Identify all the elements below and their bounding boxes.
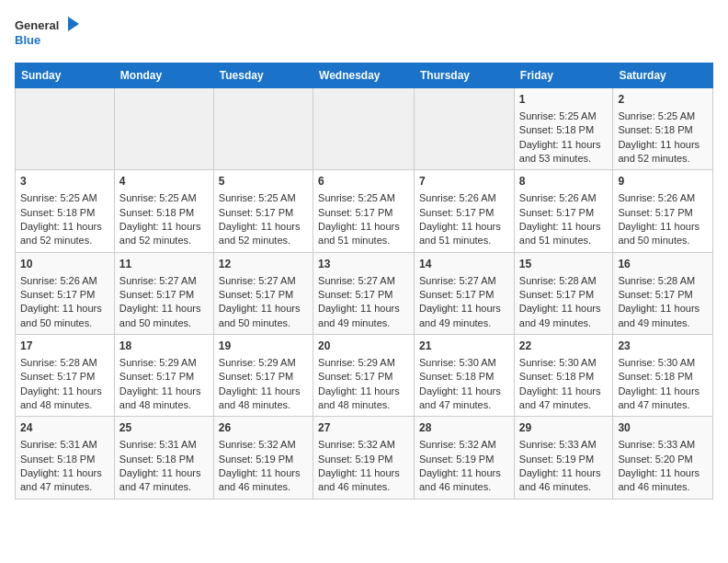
sunrise-text: Sunrise: 5:30 AM bbox=[519, 357, 597, 368]
sunset-text: Sunset: 5:18 PM bbox=[20, 454, 95, 465]
sunset-text: Sunset: 5:18 PM bbox=[419, 371, 494, 382]
sunrise-text: Sunrise: 5:33 AM bbox=[519, 439, 597, 450]
sunrise-text: Sunrise: 5:25 AM bbox=[119, 192, 197, 203]
day-number: 7 bbox=[419, 174, 509, 190]
sunrise-text: Sunrise: 5:25 AM bbox=[318, 192, 395, 203]
day-number: 21 bbox=[419, 339, 509, 354]
sunset-text: Sunset: 5:17 PM bbox=[119, 371, 194, 382]
daylight-text: Daylight: 11 hours and 49 minutes. bbox=[419, 303, 501, 327]
calendar-cell: 25 Sunrise: 5:31 AM Sunset: 5:18 PM Dayl… bbox=[114, 417, 213, 499]
calendar-cell: 14 Sunrise: 5:27 AM Sunset: 5:17 PM Dayl… bbox=[415, 252, 515, 334]
day-number: 30 bbox=[618, 420, 708, 436]
day-number: 17 bbox=[20, 339, 109, 354]
sunset-text: Sunset: 5:18 PM bbox=[20, 207, 95, 218]
calendar-cell bbox=[114, 88, 213, 170]
calendar-cell: 11 Sunrise: 5:27 AM Sunset: 5:17 PM Dayl… bbox=[114, 252, 213, 334]
day-number: 15 bbox=[519, 257, 609, 272]
sunrise-text: Sunrise: 5:30 AM bbox=[419, 357, 496, 368]
sunset-text: Sunset: 5:18 PM bbox=[119, 207, 194, 218]
day-number: 2 bbox=[618, 92, 708, 108]
calendar-cell: 19 Sunrise: 5:29 AM Sunset: 5:17 PM Dayl… bbox=[213, 335, 313, 417]
daylight-text: Daylight: 11 hours and 47 minutes. bbox=[519, 385, 601, 410]
sunrise-text: Sunrise: 5:26 AM bbox=[20, 275, 97, 286]
calendar-cell bbox=[313, 88, 415, 170]
calendar-cell: 8 Sunrise: 5:26 AM Sunset: 5:17 PM Dayli… bbox=[514, 170, 613, 252]
calendar-week-row: 17 Sunrise: 5:28 AM Sunset: 5:17 PM Dayl… bbox=[16, 335, 713, 417]
weekday-header: Friday bbox=[514, 63, 613, 88]
svg-marker-2 bbox=[68, 17, 79, 31]
calendar-cell: 13 Sunrise: 5:27 AM Sunset: 5:17 PM Dayl… bbox=[313, 252, 415, 334]
sunset-text: Sunset: 5:17 PM bbox=[519, 207, 594, 218]
calendar-cell: 27 Sunrise: 5:32 AM Sunset: 5:19 PM Dayl… bbox=[313, 417, 415, 499]
sunrise-text: Sunrise: 5:32 AM bbox=[419, 439, 496, 450]
sunrise-text: Sunrise: 5:29 AM bbox=[119, 357, 197, 368]
sunset-text: Sunset: 5:19 PM bbox=[318, 454, 392, 465]
calendar-cell bbox=[213, 88, 313, 170]
day-number: 16 bbox=[618, 257, 708, 272]
daylight-text: Daylight: 11 hours and 48 minutes. bbox=[20, 385, 102, 410]
daylight-text: Daylight: 11 hours and 53 minutes. bbox=[519, 139, 601, 164]
day-number: 3 bbox=[20, 174, 109, 190]
day-number: 18 bbox=[119, 339, 209, 354]
sunset-text: Sunset: 5:17 PM bbox=[219, 289, 293, 300]
sunset-text: Sunset: 5:19 PM bbox=[219, 454, 293, 465]
daylight-text: Daylight: 11 hours and 52 minutes. bbox=[20, 221, 102, 246]
sunset-text: Sunset: 5:17 PM bbox=[318, 289, 392, 300]
day-number: 24 bbox=[20, 420, 109, 436]
calendar-cell: 1 Sunrise: 5:25 AM Sunset: 5:18 PM Dayli… bbox=[514, 88, 613, 170]
day-number: 29 bbox=[519, 420, 609, 436]
sunset-text: Sunset: 5:17 PM bbox=[519, 289, 594, 300]
sunrise-text: Sunrise: 5:27 AM bbox=[219, 275, 296, 286]
daylight-text: Daylight: 11 hours and 52 minutes. bbox=[219, 221, 301, 246]
calendar-cell: 21 Sunrise: 5:30 AM Sunset: 5:18 PM Dayl… bbox=[415, 335, 515, 417]
calendar-cell: 29 Sunrise: 5:33 AM Sunset: 5:19 PM Dayl… bbox=[514, 417, 613, 499]
sunset-text: Sunset: 5:17 PM bbox=[20, 371, 95, 382]
sunset-text: Sunset: 5:18 PM bbox=[519, 124, 594, 135]
sunrise-text: Sunrise: 5:25 AM bbox=[219, 192, 296, 203]
daylight-text: Daylight: 11 hours and 47 minutes. bbox=[419, 385, 501, 410]
sunset-text: Sunset: 5:18 PM bbox=[618, 124, 692, 135]
sunrise-text: Sunrise: 5:33 AM bbox=[618, 439, 695, 450]
day-number: 9 bbox=[618, 174, 708, 190]
day-number: 19 bbox=[219, 339, 308, 354]
sunrise-text: Sunrise: 5:25 AM bbox=[20, 192, 97, 203]
calendar-cell: 24 Sunrise: 5:31 AM Sunset: 5:18 PM Dayl… bbox=[16, 417, 115, 499]
sunrise-text: Sunrise: 5:27 AM bbox=[419, 275, 496, 286]
calendar-cell: 6 Sunrise: 5:25 AM Sunset: 5:17 PM Dayli… bbox=[313, 170, 415, 252]
calendar-header-row: SundayMondayTuesdayWednesdayThursdayFrid… bbox=[16, 63, 713, 88]
day-number: 27 bbox=[318, 420, 409, 436]
calendar-cell: 10 Sunrise: 5:26 AM Sunset: 5:17 PM Dayl… bbox=[16, 252, 115, 334]
sunset-text: Sunset: 5:18 PM bbox=[519, 371, 594, 382]
daylight-text: Daylight: 11 hours and 50 minutes. bbox=[219, 303, 301, 327]
sunrise-text: Sunrise: 5:26 AM bbox=[618, 192, 695, 203]
svg-text:General: General bbox=[15, 18, 59, 32]
calendar-cell bbox=[16, 88, 115, 170]
calendar-cell: 4 Sunrise: 5:25 AM Sunset: 5:18 PM Dayli… bbox=[114, 170, 213, 252]
calendar-week-row: 24 Sunrise: 5:31 AM Sunset: 5:18 PM Dayl… bbox=[16, 417, 713, 499]
sunrise-text: Sunrise: 5:31 AM bbox=[119, 439, 197, 450]
calendar-cell: 28 Sunrise: 5:32 AM Sunset: 5:19 PM Dayl… bbox=[415, 417, 515, 499]
day-number: 5 bbox=[219, 174, 308, 190]
sunrise-text: Sunrise: 5:31 AM bbox=[20, 439, 97, 450]
logo: General Blue bbox=[15, 15, 79, 52]
sunrise-text: Sunrise: 5:26 AM bbox=[519, 192, 597, 203]
day-number: 28 bbox=[419, 420, 509, 436]
sunset-text: Sunset: 5:17 PM bbox=[20, 289, 95, 300]
weekday-header: Monday bbox=[114, 63, 213, 88]
sunrise-text: Sunrise: 5:25 AM bbox=[519, 110, 597, 121]
daylight-text: Daylight: 11 hours and 48 minutes. bbox=[219, 385, 301, 410]
daylight-text: Daylight: 11 hours and 49 minutes. bbox=[618, 303, 700, 327]
sunset-text: Sunset: 5:17 PM bbox=[119, 289, 194, 300]
calendar-cell: 2 Sunrise: 5:25 AM Sunset: 5:18 PM Dayli… bbox=[613, 88, 713, 170]
calendar-cell: 16 Sunrise: 5:28 AM Sunset: 5:17 PM Dayl… bbox=[613, 252, 713, 334]
daylight-text: Daylight: 11 hours and 50 minutes. bbox=[20, 303, 102, 327]
calendar-cell: 17 Sunrise: 5:28 AM Sunset: 5:17 PM Dayl… bbox=[16, 335, 115, 417]
day-number: 22 bbox=[519, 339, 609, 354]
weekday-header: Thursday bbox=[415, 63, 515, 88]
calendar-cell: 18 Sunrise: 5:29 AM Sunset: 5:17 PM Dayl… bbox=[114, 335, 213, 417]
day-number: 23 bbox=[618, 339, 708, 354]
day-number: 13 bbox=[318, 257, 409, 272]
daylight-text: Daylight: 11 hours and 46 minutes. bbox=[318, 467, 400, 492]
sunset-text: Sunset: 5:17 PM bbox=[318, 207, 392, 218]
sunset-text: Sunset: 5:18 PM bbox=[119, 454, 194, 465]
